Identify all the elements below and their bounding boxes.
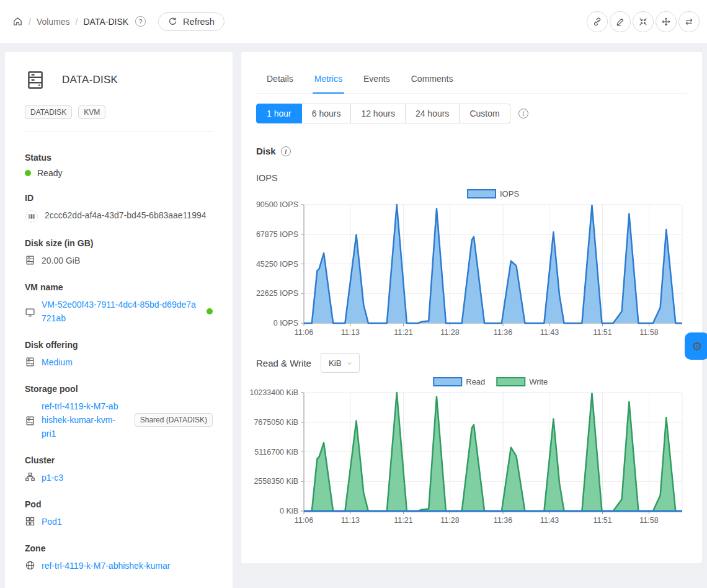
move-icon bbox=[661, 17, 671, 27]
refresh-label: Refresh bbox=[183, 17, 215, 27]
svg-text:2558350 KiB: 2558350 KiB bbox=[254, 477, 298, 486]
field-disk-size: Disk size (in GB) 20.00 GiB bbox=[25, 237, 213, 267]
disk-size-value: 20.00 GiB bbox=[42, 254, 80, 267]
svg-text:5116700 KiB: 5116700 KiB bbox=[254, 448, 298, 457]
status-dot bbox=[25, 170, 31, 176]
unit-select[interactable]: KiB bbox=[321, 353, 360, 373]
resource-info-card: DATA-DISK DATADISK KVM Status Ready ID 2… bbox=[5, 52, 233, 588]
attach-detach-button[interactable] bbox=[678, 11, 700, 32]
disk-offering-link[interactable]: Medium bbox=[42, 355, 73, 369]
field-label: VM name bbox=[25, 281, 213, 293]
barcode-icon bbox=[25, 210, 38, 223]
svg-text:22625 IOPS: 22625 IOPS bbox=[256, 289, 298, 298]
info-icon[interactable]: i bbox=[518, 109, 528, 118]
vm-status-dot bbox=[207, 308, 213, 314]
tab-comments[interactable]: Comments bbox=[401, 65, 464, 93]
tag-row: DATADISK KVM bbox=[25, 105, 213, 119]
svg-text:11:21: 11:21 bbox=[394, 328, 412, 337]
svg-text:Write: Write bbox=[529, 377, 548, 386]
storage-pool-link[interactable]: ref-trl-4119-k-M7-abhishek-kumar-kvm-pri… bbox=[42, 399, 120, 440]
pod-link[interactable]: Pod1 bbox=[42, 515, 62, 528]
tab-metrics[interactable]: Metrics bbox=[304, 65, 353, 93]
field-label: Status bbox=[25, 151, 213, 164]
info-icon[interactable]: i bbox=[281, 146, 291, 156]
volume-icon bbox=[25, 68, 46, 92]
refresh-button[interactable]: Refresh bbox=[158, 12, 225, 31]
detail-card: Details Metrics Events Comments 1 hour 6… bbox=[241, 52, 702, 563]
help-icon[interactable]: ? bbox=[135, 16, 146, 27]
breadcrumb-separator: / bbox=[29, 17, 31, 27]
desktop-icon bbox=[25, 307, 35, 318]
link-icon bbox=[592, 17, 602, 27]
vm-name-link[interactable]: VM-52e00f43-7911-4dc4-85bd-d69de7a721ab bbox=[42, 298, 200, 325]
globe-icon bbox=[25, 560, 35, 571]
gear-icon: ⚙ bbox=[691, 339, 702, 354]
svg-text:11:36: 11:36 bbox=[494, 516, 512, 525]
time-range-group: 1 hour 6 hours 12 hours 24 hours Custom bbox=[256, 104, 510, 123]
readwrite-title: Read & Write bbox=[256, 358, 311, 368]
breadcrumb-separator: / bbox=[76, 17, 78, 27]
swap-icon bbox=[684, 17, 694, 27]
resize-volume-button[interactable] bbox=[633, 11, 654, 32]
copy-link-button[interactable] bbox=[587, 11, 608, 32]
edit-icon bbox=[615, 17, 625, 27]
svg-text:11:58: 11:58 bbox=[639, 328, 658, 337]
zone-link[interactable]: ref-trl-4119-k-M7-abhishek-kumar bbox=[42, 559, 170, 572]
disk-section-label: Disk bbox=[256, 145, 276, 158]
resource-header: DATA-DISK bbox=[25, 68, 213, 92]
migrate-volume-button[interactable] bbox=[656, 11, 677, 32]
svg-text:11:43: 11:43 bbox=[540, 328, 559, 337]
svg-text:11:13: 11:13 bbox=[341, 328, 360, 337]
field-cluster: Cluster p1-c3 bbox=[25, 454, 213, 484]
edit-button[interactable] bbox=[610, 11, 631, 32]
reload-icon bbox=[168, 17, 177, 26]
svg-text:0 KiB: 0 KiB bbox=[280, 507, 298, 515]
home-icon[interactable] bbox=[12, 16, 23, 27]
cluster-link[interactable]: p1-c3 bbox=[42, 471, 63, 484]
svg-text:11:36: 11:36 bbox=[494, 328, 512, 337]
top-header: / Volumes / DATA-DISK ? Refresh bbox=[0, 0, 707, 43]
breadcrumb-volumes[interactable]: Volumes bbox=[37, 17, 70, 27]
svg-text:11:13: 11:13 bbox=[341, 516, 360, 525]
range-1-hour[interactable]: 1 hour bbox=[256, 104, 302, 123]
svg-text:11:43: 11:43 bbox=[540, 516, 559, 525]
range-12-hours[interactable]: 12 hours bbox=[351, 104, 405, 123]
disk-section-title: Disk i bbox=[256, 145, 687, 158]
tab-bar: Details Metrics Events Comments bbox=[256, 65, 687, 94]
svg-text:11:28: 11:28 bbox=[440, 516, 459, 525]
svg-text:11:28: 11:28 bbox=[440, 328, 459, 337]
svg-text:10233400 KiB: 10233400 KiB bbox=[249, 388, 298, 397]
hdd-icon bbox=[25, 255, 35, 265]
header-actions bbox=[587, 11, 700, 32]
hdd-icon bbox=[25, 416, 35, 426]
breadcrumb-current: DATA-DISK bbox=[83, 17, 128, 27]
field-label: ID bbox=[25, 192, 213, 204]
shrink-icon bbox=[638, 17, 648, 27]
time-range-row: 1 hour 6 hours 12 hours 24 hours Custom … bbox=[256, 104, 687, 123]
svg-text:11:51: 11:51 bbox=[593, 516, 611, 525]
svg-text:Read: Read bbox=[466, 377, 485, 386]
range-6-hours[interactable]: 6 hours bbox=[302, 104, 352, 123]
tab-details[interactable]: Details bbox=[256, 65, 304, 93]
field-disk-offering: Disk offering Medium bbox=[25, 339, 213, 369]
iops-chart-title: IOPS bbox=[256, 172, 687, 184]
unit-select-value: KiB bbox=[329, 359, 342, 368]
field-label: Disk offering bbox=[25, 339, 213, 351]
read-write-chart: 0 KiB2558350 KiB5116700 KiB7675050 KiB10… bbox=[256, 374, 687, 528]
svg-text:11:51: 11:51 bbox=[593, 328, 611, 337]
field-vm-name: VM name VM-52e00f43-7911-4dc4-85bd-d69de… bbox=[25, 281, 213, 325]
svg-text:11:06: 11:06 bbox=[295, 516, 313, 525]
tag-kvm: KVM bbox=[78, 105, 105, 119]
svg-text:11:58: 11:58 bbox=[639, 516, 658, 525]
tab-events[interactable]: Events bbox=[353, 65, 401, 93]
chevron-down-icon bbox=[346, 360, 353, 367]
range-24-hours[interactable]: 24 hours bbox=[406, 104, 460, 123]
range-custom[interactable]: Custom bbox=[460, 104, 510, 123]
field-status: Status Ready bbox=[25, 151, 213, 178]
settings-drawer-button[interactable]: ⚙ bbox=[685, 332, 707, 360]
appstore-icon bbox=[25, 516, 35, 527]
status-text: Ready bbox=[37, 168, 62, 178]
field-label: Pod bbox=[25, 498, 213, 510]
field-label: Disk size (in GB) bbox=[25, 237, 213, 249]
cluster-icon bbox=[25, 472, 35, 483]
